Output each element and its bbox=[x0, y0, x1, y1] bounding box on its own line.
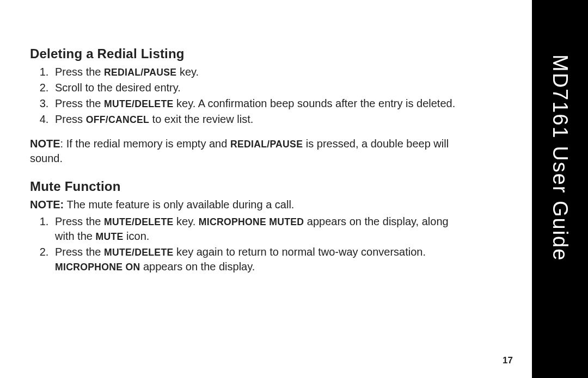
list-item: Press the MUTE/DELETE key. MICROPHONE MU… bbox=[52, 214, 467, 244]
key-redial-pause: REDIAL/PAUSE bbox=[104, 67, 176, 78]
list-item: Press the MUTE/DELETE key again to retur… bbox=[52, 245, 467, 274]
deleting-redial-steps: Press the REDIAL/PAUSE key. Scroll to th… bbox=[30, 65, 467, 127]
key-mute-delete: MUTE/DELETE bbox=[104, 216, 173, 227]
key-mute-delete: MUTE/DELETE bbox=[104, 247, 173, 258]
key-redial-pause: REDIAL/PAUSE bbox=[230, 139, 303, 150]
list-item: Scroll to the desired entry. bbox=[52, 80, 467, 95]
key-off-cancel: OFF/CANCEL bbox=[86, 114, 149, 125]
display-microphone-muted: MICROPHONE MUTED bbox=[199, 216, 304, 227]
sidebar: MD7161 User Guide bbox=[532, 0, 588, 378]
list-item: Press the REDIAL/PAUSE key. bbox=[52, 65, 467, 79]
key-mute-delete: MUTE/DELETE bbox=[104, 98, 173, 109]
mute-function-steps: Press the MUTE/DELETE key. MICROPHONE MU… bbox=[30, 214, 467, 274]
list-item: Press the MUTE/DELETE key. A confirmatio… bbox=[52, 96, 467, 111]
document-title: MD7161 User Guide bbox=[548, 54, 572, 261]
page-content: Deleting a Redial Listing Press the REDI… bbox=[0, 0, 532, 274]
note-redial-empty: NOTE: If the redial memory is empty and … bbox=[30, 137, 467, 166]
note-label: NOTE: bbox=[30, 199, 64, 210]
section-heading-deleting-redial: Deleting a Redial Listing bbox=[30, 46, 467, 61]
note-label: NOTE bbox=[30, 138, 60, 150]
display-microphone-on: MICROPHONE ON bbox=[55, 262, 140, 272]
page-number: 17 bbox=[503, 355, 513, 366]
list-item: Press OFF/CANCEL to exit the review list… bbox=[52, 112, 467, 127]
note-mute-availability: NOTE: The mute feature is only available… bbox=[30, 197, 467, 212]
section-heading-mute-function: Mute Function bbox=[30, 179, 467, 194]
icon-mute: MUTE bbox=[95, 231, 123, 242]
